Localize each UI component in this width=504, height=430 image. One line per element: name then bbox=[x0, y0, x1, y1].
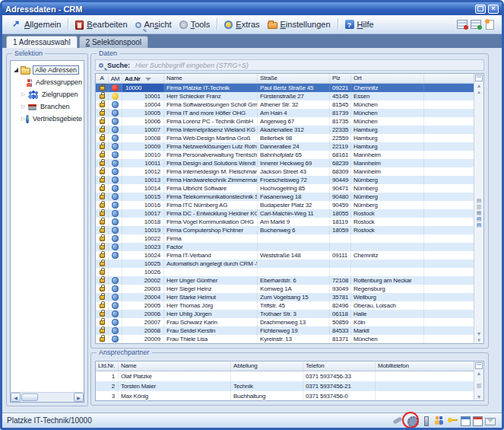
calendar-icon[interactable] bbox=[473, 416, 483, 426]
table-row[interactable]: 10012Firma Internetdesign M. Fleischmann… bbox=[96, 167, 474, 176]
column-header-abteilung[interactable]: Abteilung bbox=[231, 362, 303, 371]
column-header-name[interactable]: Name bbox=[164, 74, 258, 83]
close-button[interactable] bbox=[488, 5, 499, 14]
tree-item-alle-adressen[interactable]: Alle Adressen bbox=[11, 64, 84, 76]
menu-item-tools[interactable]: Tools bbox=[176, 18, 214, 30]
column-header-plz[interactable]: Plz bbox=[330, 74, 351, 83]
menu-item-hilfe[interactable]: Hilfe bbox=[341, 18, 378, 30]
maximize-button[interactable] bbox=[475, 5, 486, 14]
menu-item-extras[interactable]: Extras bbox=[220, 18, 263, 30]
table-row[interactable]: 10018Firma Vogel Kommunikation OHGAm Mar… bbox=[96, 218, 474, 226]
menu-item-allgemein[interactable]: Allgemein bbox=[7, 18, 65, 31]
column-header-am[interactable]: AM bbox=[109, 74, 122, 83]
contact-row[interactable]: 2Torsten MaierTechnik0371 5937456-21 bbox=[96, 381, 474, 391]
view-list-icon[interactable]: ▤ bbox=[477, 198, 482, 204]
table-row[interactable]: 10000Firma Platzke IT-TechnikPaul Bertz … bbox=[96, 84, 474, 92]
table-row[interactable]: 20005Herr Thomas JörgTriftstr. 4582496Ob… bbox=[96, 301, 474, 310]
table-row[interactable]: 10016Firma ITC Nürnberg AGBudapester Pla… bbox=[96, 201, 474, 209]
column-header-lfdnr[interactable]: Lfd.Nr. bbox=[96, 362, 119, 371]
scroll-right-button[interactable] bbox=[74, 393, 84, 402]
contacts-side-rail[interactable]: ▲ ▥ ▼ bbox=[474, 362, 483, 400]
contact-row[interactable]: 1Olaf Platzke0371 5937456-33 bbox=[96, 371, 474, 381]
table-row[interactable]: 10017Firma DC - Entwicklung Heidner KGCa… bbox=[96, 209, 474, 218]
scroll-down-icon[interactable]: ▼ bbox=[477, 331, 482, 337]
layout-rows-icon[interactable]: ▤ bbox=[477, 222, 482, 228]
table-row[interactable]: 10005Firma IT and more Höfler OHGAm Hain… bbox=[96, 109, 474, 117]
tree-item-adressgruppen[interactable]: Adressgruppen bbox=[11, 76, 84, 88]
search-input[interactable] bbox=[134, 61, 481, 70]
table-row[interactable]: 10019Firma Computershop FichtnerBuchenwe… bbox=[96, 226, 474, 234]
table-row[interactable]: 10006Firma Lorenz PC - Technik GmbHAnger… bbox=[96, 117, 474, 126]
expander-open-icon[interactable] bbox=[14, 68, 18, 72]
table-row[interactable]: 10024Firma IT-VerbandWeststraße 14809111… bbox=[96, 251, 474, 260]
table-row[interactable]: 10011Firma Design and Solutions Wendt Gm… bbox=[96, 159, 474, 167]
handset-icon[interactable] bbox=[392, 416, 404, 425]
column-header-mobiltelefon[interactable]: Mobiltelefon bbox=[376, 362, 474, 371]
table-row[interactable]: 10015Firma Telekommunikationstechnik Sei… bbox=[96, 193, 474, 201]
find-icon[interactable]: ▥ bbox=[477, 204, 482, 210]
column-header-ort[interactable]: Ort bbox=[351, 74, 424, 83]
sort-filter-icon[interactable] bbox=[145, 78, 151, 81]
table-row[interactable]: 20009Frau Thiele LisaKyreinstr. 1381371M… bbox=[96, 335, 474, 343]
menu-item-bearbeiten[interactable]: Bearbeiten bbox=[71, 18, 131, 31]
scrollbar-thumb[interactable] bbox=[21, 393, 38, 401]
table-row[interactable]: 10025Automatisch angelegt durch CRM -Wie… bbox=[96, 260, 474, 268]
scroll-left-button[interactable] bbox=[11, 393, 21, 402]
view-list-icon[interactable]: ▥ bbox=[477, 383, 482, 389]
window-icon[interactable] bbox=[461, 416, 471, 426]
table-row[interactable]: 10023Factor bbox=[96, 243, 474, 251]
scroll-bottom-icon[interactable]: ▾ bbox=[477, 337, 480, 343]
levels-icon[interactable] bbox=[420, 416, 431, 425]
menu-item-ansicht[interactable]: Ansicht bbox=[132, 18, 176, 30]
table-add-icon[interactable] bbox=[471, 20, 481, 29]
table-row[interactable]: 10014Firma Ulbricht SoftwareHochvogelrin… bbox=[96, 184, 474, 193]
expander-closed-icon[interactable] bbox=[21, 116, 25, 122]
scroll-down-icon[interactable]: ▼ bbox=[477, 394, 482, 400]
tree-item-branchen[interactable]: Branchen bbox=[11, 100, 84, 113]
scroll-up-icon[interactable]: ▲ bbox=[477, 371, 482, 377]
scroll-marker-icon[interactable]: ▴ bbox=[477, 89, 480, 95]
column-chooser-icon[interactable] bbox=[475, 75, 483, 81]
address-grid-header[interactable]: A AM Ad.Nr Name Straße Plz Ort bbox=[96, 74, 474, 84]
table-row[interactable]: 10007Firma Internetpräsenz Wieland KGAka… bbox=[96, 126, 474, 134]
column-chooser-icon[interactable] bbox=[475, 362, 483, 369]
grid-side-rail[interactable]: ▲ ▴ ▤ ▥ ▦ ▤ ▤ ▼ ▾ bbox=[474, 74, 483, 343]
column-header-a[interactable]: A bbox=[96, 74, 109, 83]
table-row[interactable]: 10010Firma Personalverwaltung Trentsch G… bbox=[96, 151, 474, 159]
table-row[interactable]: 20007Frau Schwarz KarinDrachmenweg 13508… bbox=[96, 318, 474, 326]
column-header-contact-name[interactable]: Name bbox=[119, 362, 231, 371]
contacts-grid-header[interactable]: Lfd.Nr. Name Abteilung Telefon Mobiltele… bbox=[96, 362, 474, 371]
menu-item-einstellungen[interactable]: Einstellungen bbox=[264, 18, 334, 30]
expander-closed-icon[interactable] bbox=[21, 91, 27, 97]
column-header-telefon[interactable]: Telefon bbox=[303, 362, 376, 371]
expander-closed-icon[interactable] bbox=[21, 104, 27, 110]
table-row[interactable]: 20003Herr Siegel HeinzKornweg 1A93049Reg… bbox=[96, 285, 474, 293]
scroll-up-icon[interactable]: ▲ bbox=[477, 83, 482, 89]
table-export-icon[interactable] bbox=[457, 20, 468, 29]
users-icon[interactable] bbox=[433, 416, 445, 425]
column-header-strasse[interactable]: Straße bbox=[258, 74, 330, 83]
table-row[interactable]: 10004Firma Softwarelösungen Scholl GmbHA… bbox=[96, 100, 474, 109]
table-row[interactable]: 20004Herr Starke HelmutZum Vogelsang 153… bbox=[96, 293, 474, 301]
table-row[interactable]: 10001Herr Schlecker FranzFürstenstraße 2… bbox=[96, 92, 474, 100]
contact-row[interactable]: 3Max KönigBuchhaltung0371 5937456-0 bbox=[96, 391, 474, 400]
tab-selektionspool[interactable]: 2 Selektionspool bbox=[79, 36, 148, 48]
table-row[interactable]: 20008Frau Seidel KerstinFichtenweg 19845… bbox=[96, 326, 474, 335]
filter-icon[interactable]: ▦ bbox=[477, 210, 482, 216]
table-row[interactable]: 20002Herr Unger GüntherEberhardstr. 6721… bbox=[96, 276, 474, 285]
tree-item-vertriebsgebiete[interactable]: Vertriebsgebiete bbox=[11, 113, 84, 125]
search-bar[interactable]: Suche: bbox=[95, 59, 484, 71]
table-row[interactable]: 10026 bbox=[96, 268, 474, 276]
table-row[interactable]: 20006Herr Uhlig JürgenTrothaer Str. 3061… bbox=[96, 310, 474, 318]
table-row[interactable]: 10013Firma Hardwaretechnik Zimmerman OHG… bbox=[96, 176, 474, 184]
column-header-adnr[interactable]: Ad.Nr bbox=[122, 74, 164, 83]
table-row[interactable]: 10009Firma Netzwerklösungen Lutz RothDan… bbox=[96, 142, 474, 151]
gear-icon[interactable] bbox=[406, 416, 417, 426]
table-row[interactable]: 10022Firma bbox=[96, 234, 474, 243]
tab-adressauswahl[interactable]: 1 Adressauswahl bbox=[6, 36, 78, 49]
new-note-icon[interactable] bbox=[486, 20, 494, 30]
layout-rows-icon[interactable]: ▤ bbox=[477, 216, 482, 222]
key-icon[interactable] bbox=[447, 416, 458, 425]
tree-item-zielgruppen[interactable]: Zielgruppen bbox=[11, 88, 84, 100]
tree-horizontal-scrollbar[interactable] bbox=[11, 392, 84, 402]
